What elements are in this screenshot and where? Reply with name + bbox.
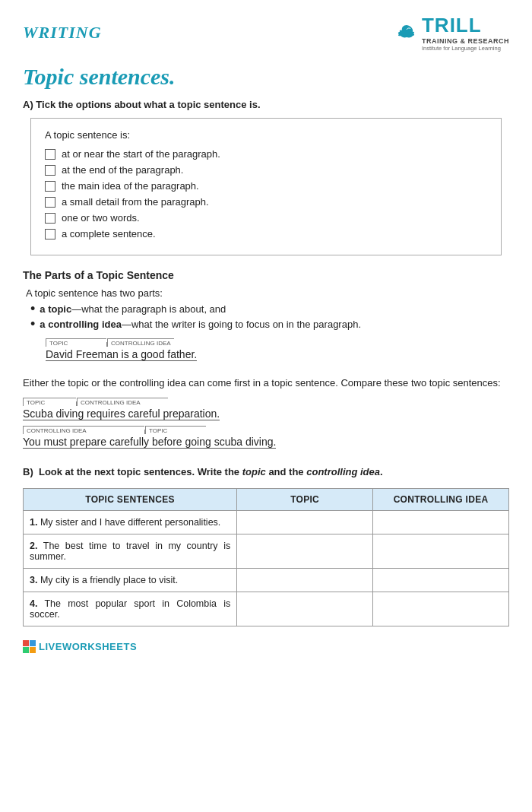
- topic-bracket-s1: TOPIC: [23, 398, 76, 406]
- topic-bracket-1: TOPIC: [46, 338, 106, 347]
- checkbox-item[interactable]: a complete sentence.: [45, 228, 487, 239]
- training-label: TRAINING & RESEARCH: [422, 37, 509, 45]
- liveworksheets-icon: [23, 640, 36, 653]
- footer-brand: LIVEWORKSHEETS: [39, 641, 137, 652]
- td-controlling-1: [373, 510, 509, 534]
- topic-bracket-s2: TOPIC: [145, 426, 206, 434]
- checkbox-6[interactable]: [45, 229, 55, 239]
- checkbox-item[interactable]: a small detail from the paragraph.: [45, 196, 487, 208]
- bullet-2-rest: —what the writer is going to focus on in…: [122, 319, 361, 330]
- compare-diagram-2: CONTROLLING IDEA TOPIC You must prepare …: [23, 426, 509, 448]
- definition-box: A topic sentence is: at or near the star…: [30, 118, 502, 255]
- writing-label: WRITING: [23, 23, 102, 43]
- sentence-3-text: My city is a friendly place to visit.: [40, 575, 178, 585]
- table-row: 3. My city is a friendly place to visit.: [24, 568, 509, 592]
- checkbox-item[interactable]: one or two words.: [45, 212, 487, 224]
- footer: LIVEWORKSHEETS: [0, 626, 532, 664]
- parts-title: The Parts of a Topic Sentence: [23, 269, 509, 281]
- bullet-1: • a topic—what the paragraph is about, a…: [23, 303, 509, 316]
- controlling-bracket-s2: CONTROLLING IDEA: [23, 426, 144, 434]
- footer-logo: LIVEWORKSHEETS: [23, 640, 137, 653]
- td-sentence-1: 1. My sister and I have different person…: [24, 510, 237, 534]
- td-topic-4: [237, 592, 373, 626]
- checkbox-3[interactable]: [45, 181, 55, 192]
- td-topic-1: [237, 510, 373, 534]
- controlling-bracket-s1: CONTROLLING IDEA: [77, 398, 168, 406]
- section-b: B) Look at the next topic sentences. Wri…: [0, 454, 532, 626]
- option-3-text: the main idea of the paragraph.: [62, 180, 199, 192]
- sentence-1-text: My sister and I have different personali…: [40, 517, 220, 528]
- checkbox-4[interactable]: [45, 197, 55, 208]
- td-controlling-3: [373, 568, 509, 592]
- section-b-label: B) Look at the next topic sentences. Wri…: [23, 466, 509, 477]
- compare-s1-rest: requires careful preparation.: [84, 408, 220, 420]
- section-a: A) Tick the options about what a topic s…: [0, 96, 532, 255]
- training-sub: Institute for Language Learning: [422, 45, 509, 52]
- td-controlling-2: [373, 534, 509, 568]
- bullet-2-text: a controlling idea—what the writer is go…: [40, 319, 361, 330]
- trill-bird-icon: [396, 22, 417, 43]
- logo-text-block: TRILL TRAINING & RESEARCH Institute for …: [422, 14, 509, 52]
- option-4-text: a small detail from the paragraph.: [62, 196, 209, 208]
- td-sentence-3: 3. My city is a friendly place to visit.: [24, 568, 237, 592]
- page-title: Topic sentences.: [0, 56, 532, 96]
- bullet-dot-2: •: [30, 317, 35, 331]
- controlling-bracket-1: CONTROLLING IDEA: [107, 338, 174, 347]
- header: WRITING TRILL TRAINING & RESEARCH Instit…: [0, 0, 532, 56]
- checkbox-item[interactable]: the main idea of the paragraph.: [45, 180, 487, 192]
- td-sentence-4: 4. The most popular sport in Colombia is…: [24, 592, 237, 626]
- topic-table: TOPIC SENTENCES TOPIC CONTROLLING IDEA 1…: [23, 488, 509, 626]
- th-topic-sentences: TOPIC SENTENCES: [24, 488, 237, 510]
- compare-sentence-2: You must prepare carefully before going …: [23, 436, 276, 448]
- bullet-1-rest: —what the paragraph is about, and: [71, 303, 226, 315]
- td-topic-3: [237, 568, 373, 592]
- th-controlling: CONTROLLING IDEA: [373, 488, 509, 510]
- diagram-1-rest: is a good father.: [119, 348, 198, 361]
- checkbox-item[interactable]: at the end of the paragraph.: [45, 164, 487, 176]
- compare-s2-text: You must prepare carefully before going …: [23, 436, 276, 449]
- td-topic-2: [237, 534, 373, 568]
- option-5-text: one or two words.: [62, 212, 140, 224]
- th-topic: TOPIC: [237, 488, 373, 510]
- bullet-dot-1: •: [30, 302, 35, 316]
- option-2-text: at the end of the paragraph.: [62, 164, 183, 176]
- checkbox-5[interactable]: [45, 213, 55, 224]
- logo-area: TRILL TRAINING & RESEARCH Institute for …: [396, 14, 509, 52]
- box-title: A topic sentence is:: [45, 129, 487, 141]
- compare-diagram-1: TOPIC CONTROLLING IDEA Scuba diving requ…: [23, 398, 509, 420]
- td-controlling-4: [373, 592, 509, 626]
- sentence-4-text: The most popular sport in Colombia is so…: [30, 598, 230, 620]
- compare-diagrams: TOPIC CONTROLLING IDEA Scuba diving requ…: [0, 392, 532, 448]
- diagram-1: TOPIC CONTROLLING IDEA David Freeman is …: [46, 338, 486, 360]
- diagram-1-sentence: David Freeman is a good father.: [46, 348, 197, 360]
- trill-letters: TRILL: [422, 14, 482, 37]
- option-6-text: a complete sentence.: [62, 228, 156, 239]
- sentence-2-text: The best time to travel in my country is…: [30, 541, 230, 562]
- option-1-text: at or near the start of the paragraph.: [62, 148, 220, 160]
- checkbox-1[interactable]: [45, 149, 55, 160]
- parts-section: The Parts of a Topic Sentence A topic se…: [0, 255, 532, 360]
- checkbox-2[interactable]: [45, 165, 55, 176]
- td-sentence-2: 2. The best time to travel in my country…: [24, 534, 237, 568]
- table-header-row: TOPIC SENTENCES TOPIC CONTROLLING IDEA: [24, 488, 509, 510]
- bullet-1-text: a topic—what the paragraph is about, and: [40, 303, 226, 315]
- section-a-label: A) Tick the options about what a topic s…: [23, 99, 509, 110]
- compare-s1-topic: Scuba diving: [23, 408, 84, 420]
- either-text: Either the topic or the controlling idea…: [0, 366, 532, 392]
- bullet-2: • a controlling idea—what the writer is …: [23, 319, 509, 331]
- table-row: 2. The best time to travel in my country…: [24, 534, 509, 568]
- table-row: 1. My sister and I have different person…: [24, 510, 509, 534]
- diagram-1-topic-text: David Freeman: [46, 348, 119, 361]
- parts-intro: A topic sentence has two parts:: [23, 287, 509, 299]
- checkbox-item[interactable]: at or near the start of the paragraph.: [45, 148, 487, 160]
- compare-sentence-1: Scuba diving requires careful preparatio…: [23, 408, 220, 420]
- table-row: 4. The most popular sport in Colombia is…: [24, 592, 509, 626]
